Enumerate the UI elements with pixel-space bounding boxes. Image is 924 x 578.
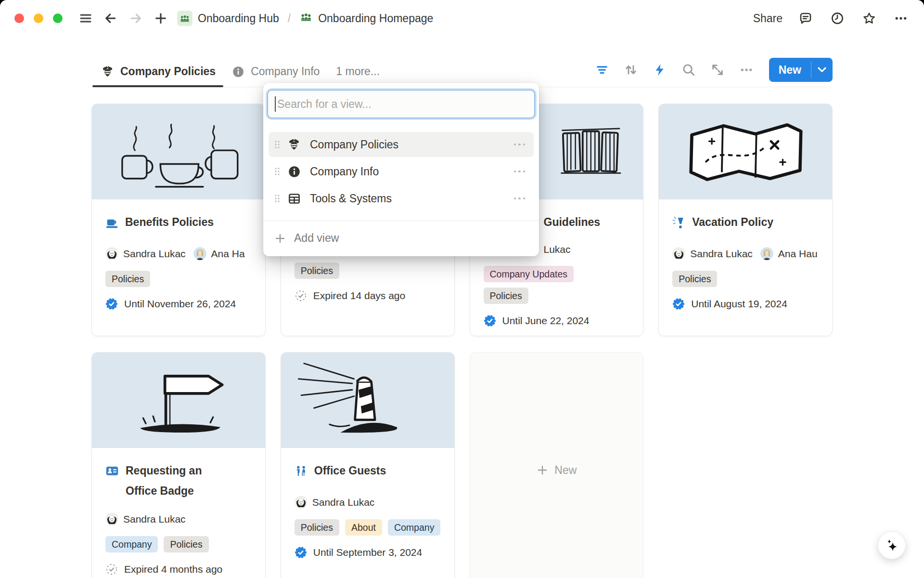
- person-name: Sandra Lukac: [123, 248, 186, 260]
- card-cover-cups-illustration: [92, 104, 265, 199]
- chevron-down-icon: [818, 67, 826, 73]
- tag-about: About: [345, 519, 382, 536]
- card-office-guests[interactable]: Office Guests Sandra Lukac Policies Abou…: [281, 352, 455, 578]
- card-status: Until November 26, 2024: [124, 298, 236, 310]
- menu-divider: [263, 221, 539, 221]
- card-status: Until September 3, 2024: [313, 547, 422, 558]
- zoom-window-button[interactable]: [53, 13, 63, 23]
- more-options-button[interactable]: [892, 10, 910, 27]
- info-icon: [287, 165, 301, 178]
- filter-button[interactable]: [594, 62, 610, 78]
- view-item-tools-systems[interactable]: Tools & Systems: [269, 186, 534, 211]
- drag-handle-icon[interactable]: [273, 167, 281, 176]
- view-item-options-button[interactable]: [513, 195, 526, 203]
- card-status: Expired 14 days ago: [313, 290, 405, 302]
- card-benefits-policies[interactable]: Benefits Policies Sandra Lukac Ana Ha: [91, 104, 266, 336]
- view-item-company-policies[interactable]: Company Policies: [269, 132, 534, 157]
- card-tags: Company Updates Policies: [484, 266, 630, 304]
- card-office-badge[interactable]: Requesting an Office Badge Sandra Lukac …: [91, 352, 266, 578]
- sidebar-menu-button[interactable]: [77, 10, 94, 27]
- new-entry-button[interactable]: New: [769, 58, 811, 82]
- avatar-ana: [760, 247, 773, 260]
- new-card-placeholder[interactable]: New: [470, 352, 644, 578]
- card-tags: Policies About Company: [295, 519, 441, 536]
- favorite-button[interactable]: [860, 10, 878, 27]
- person-name: Sandra Lukac: [123, 513, 186, 525]
- breadcrumb-teamspace[interactable]: Onboarding Hub: [174, 9, 282, 28]
- card-body: Office Guests Sandra Lukac Policies Abou…: [281, 448, 454, 559]
- info-icon: [232, 66, 244, 78]
- card-status: Until June 22, 2024: [502, 315, 590, 327]
- tab-label: Company Info: [251, 65, 320, 78]
- card-title: Office Guests: [314, 460, 386, 481]
- plus-icon: [274, 232, 286, 245]
- view-options-button[interactable]: [738, 62, 755, 78]
- verified-badge-icon: [484, 315, 496, 327]
- history-button[interactable]: [829, 10, 846, 27]
- view-item-label: Company Info: [310, 165, 513, 178]
- vacation-alert-icon: [672, 215, 685, 236]
- card-vacation-policy[interactable]: Vacation Policy Sandra Lukac Ana Hau P: [658, 104, 833, 336]
- teamspace-icon: [177, 11, 192, 26]
- view-item-company-info[interactable]: Company Info: [269, 159, 534, 184]
- verified-badge-icon: [672, 298, 685, 310]
- new-entry-dropdown-button[interactable]: [811, 58, 833, 82]
- dashed-check-icon: [105, 563, 118, 576]
- more-views-label: 1 more...: [336, 65, 380, 78]
- view-search-input[interactable]: [277, 98, 527, 111]
- comments-button[interactable]: [797, 10, 814, 27]
- new-page-button[interactable]: [152, 10, 169, 27]
- breadcrumb-page-label: Onboarding Homepage: [318, 12, 433, 25]
- tab-label: Company Policies: [120, 65, 216, 78]
- person-name: Ana Hau: [778, 248, 818, 260]
- card-title-row: Benefits Policies: [105, 212, 252, 236]
- automations-button[interactable]: [652, 62, 668, 78]
- view-item-options-button[interactable]: [513, 168, 526, 176]
- filter-icon: [595, 63, 609, 77]
- forward-button[interactable]: [127, 10, 144, 27]
- tag-company-updates: Company Updates: [484, 266, 574, 282]
- expand-button[interactable]: [709, 62, 726, 78]
- drag-handle-icon[interactable]: [273, 194, 281, 203]
- card-status-row: Expired 4 months ago: [105, 563, 252, 576]
- breadcrumb-page[interactable]: Onboarding Homepage: [296, 8, 436, 28]
- clock-icon: [830, 11, 845, 26]
- new-entry-button-group: New: [769, 58, 833, 82]
- card-people-row: Sandra Lukac Ana Hau: [672, 247, 819, 260]
- share-button[interactable]: Share: [753, 12, 783, 25]
- card-title: Vacation Policy: [692, 212, 773, 232]
- card-status-row: Until August 19, 2024: [672, 298, 819, 310]
- view-item-label: Company Policies: [310, 138, 513, 151]
- view-item-options-button[interactable]: [513, 141, 526, 149]
- ai-assistant-button[interactable]: [878, 531, 906, 559]
- sort-button[interactable]: [623, 62, 639, 78]
- card-tags: Policies: [295, 263, 441, 279]
- add-view-button[interactable]: Add view: [263, 227, 539, 250]
- card-status: Until August 19, 2024: [691, 298, 787, 310]
- tag-policies: Policies: [105, 271, 150, 287]
- page-icon: [299, 10, 313, 26]
- plus-icon: [536, 464, 549, 476]
- sparkle-icon: [884, 537, 900, 553]
- search-button[interactable]: [680, 62, 697, 78]
- view-list: Company Policies Company Info: [263, 132, 539, 211]
- arrow-right-icon: [128, 11, 143, 26]
- sort-arrows-icon: [624, 63, 638, 77]
- view-tabs: Company Policies Company Info 1 more...: [101, 37, 380, 87]
- minimize-window-button[interactable]: [34, 13, 43, 23]
- drag-handle-icon[interactable]: [273, 140, 281, 149]
- tag-policies: Policies: [295, 263, 339, 279]
- plus-icon: [154, 11, 168, 26]
- back-button[interactable]: [102, 10, 119, 27]
- breadcrumb-separator: /: [288, 12, 291, 25]
- close-window-button[interactable]: [14, 13, 24, 23]
- avatar-sandra: [295, 496, 308, 509]
- card-people-row: Sandra Lukac: [105, 512, 252, 525]
- card-cover-map-illustration: [659, 104, 832, 199]
- tag-policies: Policies: [484, 288, 528, 304]
- tab-company-policies[interactable]: Company Policies: [101, 65, 216, 87]
- card-title: Benefits Policies: [125, 212, 214, 232]
- topbar-actions: Share: [753, 10, 910, 27]
- view-switcher-menu: Company Policies Company Info: [263, 83, 539, 256]
- tag-policies: Policies: [672, 271, 717, 287]
